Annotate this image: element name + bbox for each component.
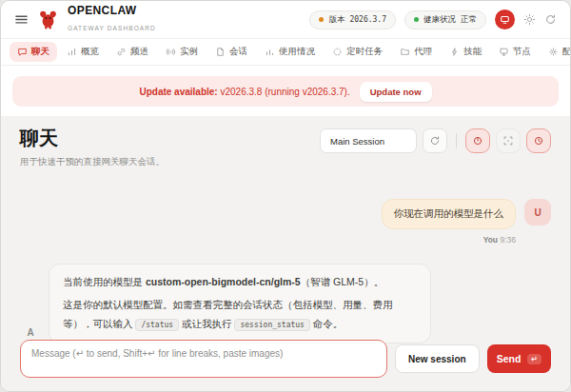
update-banner: Update available: v2026.3.8 (running v20…	[12, 76, 559, 107]
tab-label: 配置	[562, 46, 570, 58]
version-label: 版本	[328, 14, 345, 26]
app-window: OPENCLAW GATEWAY DASHBOARD 版本 2026.3.7 健…	[0, 0, 571, 392]
tab-label: 技能	[463, 46, 482, 58]
tab-usage[interactable]: 使用情况	[257, 42, 323, 62]
chat-messages: 你现在调用的模型是什么 You 9:36 U A 当前使用的模型是 custom…	[1, 168, 570, 332]
tab-sessions[interactable]: 会话	[207, 42, 255, 62]
tab-agents[interactable]: 代理	[392, 42, 440, 62]
clock-icon	[533, 135, 544, 147]
tab-label: 使用情况	[279, 46, 315, 58]
user-message-bubble: 你现在调用的模型是什么	[382, 199, 517, 229]
version-dot-icon	[319, 17, 324, 22]
new-session-button[interactable]: New session	[395, 344, 480, 373]
enter-key-icon: ↵	[527, 354, 541, 364]
main-content: 聊天 用于快速干预的直接网关聊天会话。 Main Session	[1, 116, 570, 391]
brand-subtitle: GATEWAY DASHBOARD	[68, 25, 156, 31]
page-title: 聊天	[20, 126, 165, 151]
refresh-icon	[429, 135, 441, 147]
divider	[456, 133, 457, 148]
user-avatar: U	[524, 199, 551, 225]
tab-label: 会话	[229, 46, 247, 58]
bar-chart-icon	[67, 47, 77, 57]
model-name: custom-open-bigmodel-cn/glm-5	[146, 276, 301, 287]
assistant-paragraph-2: 这是你的默认模型配置。如需查看完整的会话状态（包括模型、用量、费用等），可以输入…	[63, 296, 417, 334]
gear-icon	[548, 47, 559, 57]
history-button[interactable]	[526, 128, 551, 153]
brand-block: OPENCLAW GATEWAY DASHBOARD	[68, 5, 156, 34]
focus-icon	[502, 135, 514, 147]
monitor-icon	[499, 47, 509, 57]
tab-config[interactable]: 配置	[541, 42, 570, 62]
user-time: 9:36	[500, 235, 516, 245]
nav-tabs: 聊天 概览 频道 实例 会话 使用情况 定时任务 代理	[1, 39, 570, 66]
send-label: Send	[497, 353, 522, 364]
refresh-session-button[interactable]	[423, 128, 447, 153]
file-icon	[215, 47, 226, 57]
console-button[interactable]	[495, 10, 515, 29]
tab-channels[interactable]: 频道	[108, 42, 156, 62]
version-value: 2026.3.7	[349, 15, 386, 24]
chat-bubble-icon	[17, 47, 28, 57]
user-name: You	[483, 235, 498, 245]
tab-label: 实例	[180, 46, 198, 58]
page-subtitle: 用于快速干预的直接网关聊天会话。	[20, 156, 165, 168]
message-input[interactable]	[20, 340, 387, 378]
link-icon	[116, 47, 127, 57]
tab-label: 频道	[130, 46, 148, 58]
folder-icon	[400, 47, 410, 57]
refresh-icon[interactable]	[544, 13, 557, 26]
tab-nodes[interactable]: 节点	[491, 42, 539, 62]
lightning-icon	[449, 47, 460, 57]
assistant-paragraph-1: 当前使用的模型是 custom-open-bigmodel-cn/glm-5（智…	[63, 273, 417, 292]
abort-button[interactable]	[465, 128, 490, 153]
tab-label: 节点	[513, 46, 531, 58]
menu-icon[interactable]	[14, 12, 29, 27]
theme-toggle-sun-icon[interactable]	[523, 13, 536, 26]
top-header: OPENCLAW GATEWAY DASHBOARD 版本 2026.3.7 健…	[1, 1, 570, 39]
focus-button[interactable]	[496, 128, 521, 153]
tab-label: 聊天	[31, 46, 49, 58]
tab-chat[interactable]: 聊天	[10, 42, 57, 62]
user-message-row: 你现在调用的模型是什么 You 9:36 U	[20, 199, 551, 245]
tab-overview[interactable]: 概览	[59, 42, 107, 62]
health-badge: 健康状况 正常	[404, 10, 486, 29]
update-now-button[interactable]: Update now	[360, 82, 432, 102]
openclaw-logo-icon	[37, 9, 59, 30]
power-icon	[472, 135, 483, 147]
health-value: 正常	[461, 14, 477, 26]
message-composer: New session Send ↵	[1, 332, 570, 391]
user-message-meta: You 9:36	[483, 235, 516, 245]
tab-label: 定时任务	[346, 46, 383, 58]
tab-skills[interactable]: 技能	[442, 42, 489, 62]
update-banner-bold: Update available:	[139, 87, 217, 97]
version-badge: 版本 2026.3.7	[309, 10, 396, 29]
status-command-chip: /status	[135, 319, 179, 331]
health-label: 健康状况	[423, 14, 456, 26]
send-button[interactable]: Send ↵	[487, 344, 551, 373]
health-dot-icon	[414, 17, 419, 22]
session-controls: Main Session	[320, 128, 551, 153]
monitor-icon	[500, 14, 510, 25]
tab-label: 概览	[81, 46, 99, 58]
page-header: 聊天 用于快速干预的直接网关聊天会话。 Main Session	[1, 116, 570, 168]
brand-title: OPENCLAW	[68, 5, 156, 17]
loader-circle-icon	[332, 47, 343, 57]
session-select[interactable]: Main Session	[320, 128, 417, 153]
update-banner-text: v2026.3.8 (running v2026.3.7).	[220, 87, 349, 97]
tab-cron[interactable]: 定时任务	[325, 42, 390, 62]
session-status-command-chip: session_status	[234, 319, 309, 331]
tab-label: 代理	[414, 46, 432, 58]
bar-chart-icon	[265, 47, 275, 57]
tab-instances[interactable]: 实例	[158, 42, 206, 62]
banner-section: Update available: v2026.3.8 (running v20…	[1, 66, 570, 116]
broadcast-icon	[166, 47, 176, 57]
